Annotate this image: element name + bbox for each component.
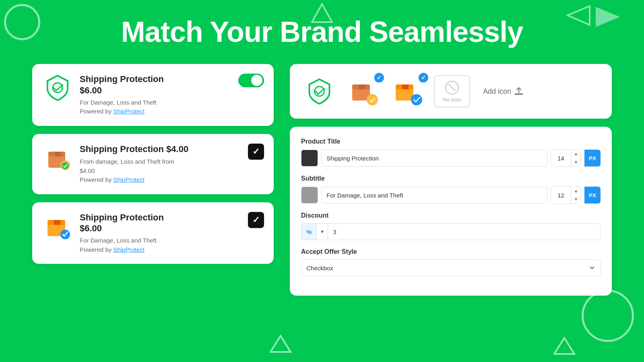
card-2-action[interactable] bbox=[248, 144, 264, 160]
subtitle-size-down[interactable]: ▼ bbox=[571, 195, 581, 204]
subtitle-color-swatch[interactable] bbox=[301, 187, 318, 204]
add-icon-label: Add icon bbox=[483, 87, 511, 96]
deco-triangle-br bbox=[553, 336, 576, 356]
card-1-content: Shipping Protection $6.00 For Damage, Lo… bbox=[80, 74, 262, 116]
page-headline: Match Your Brand Seamlessly bbox=[32, 16, 612, 48]
product-title-font-size-value: 14 bbox=[551, 150, 571, 167]
svg-marker-3 bbox=[270, 336, 291, 352]
card-3-link[interactable]: ShipProtect bbox=[113, 246, 144, 253]
product-title-font-size-arrows: ▲ ▼ bbox=[571, 150, 581, 167]
discount-type-dropdown[interactable]: ▼ bbox=[317, 224, 328, 240]
card-2-content: Shipping Protection $4.00 From damage, L… bbox=[80, 144, 262, 185]
card-1-toggle[interactable] bbox=[238, 74, 264, 87]
product-title-input[interactable] bbox=[321, 150, 547, 167]
discount-input-row: % ▼ 3 bbox=[301, 223, 601, 240]
svg-rect-12 bbox=[54, 220, 60, 225]
product-title-label: Product Title bbox=[301, 138, 601, 145]
svg-rect-25 bbox=[515, 93, 523, 95]
panel-box-check-icon bbox=[392, 77, 424, 105]
no-icon-symbol bbox=[445, 80, 459, 95]
subtitle-font-size-control: 12 ▲ ▼ bbox=[551, 186, 581, 204]
subtitle-font-size-arrows: ▲ ▼ bbox=[571, 187, 581, 204]
card-1-icon bbox=[43, 74, 72, 102]
card-1-action[interactable] bbox=[238, 74, 264, 87]
panel-shield-icon bbox=[304, 77, 334, 105]
svg-rect-21 bbox=[402, 84, 409, 89]
icon-option-shield[interactable] bbox=[301, 75, 337, 107]
product-title-group: Product Title 14 ▲ ▼ PX bbox=[301, 138, 601, 167]
product-title-size-up[interactable]: ▲ bbox=[571, 150, 581, 158]
right-column: ✓ ✓ bbox=[290, 64, 612, 296]
card-2-icon bbox=[43, 144, 72, 172]
main-content: Match Your Brand Seamlessly Shipping Pro… bbox=[0, 0, 644, 312]
accept-offer-select[interactable]: Checkbox Toggle Button bbox=[301, 259, 601, 276]
product-title-input-row: 14 ▲ ▼ PX bbox=[301, 149, 601, 167]
svg-rect-8 bbox=[55, 152, 61, 156]
product-cards-column: Shipping Protection $6.00 For Damage, Lo… bbox=[32, 64, 274, 264]
subtitle-px-label: PX bbox=[584, 187, 601, 204]
card-2-checkbox[interactable] bbox=[248, 144, 264, 160]
icon-option-none[interactable]: No Icon bbox=[434, 75, 470, 107]
discount-type: % bbox=[301, 224, 317, 240]
subtitle-input-row: 12 ▲ ▼ PX bbox=[301, 186, 601, 204]
card-1-desc: For Damage, Loss and Theft Powered by Sh… bbox=[80, 98, 262, 116]
settings-panel: Product Title 14 ▲ ▼ PX bbox=[290, 127, 612, 296]
card-3-price: $6.00 bbox=[80, 223, 262, 234]
no-icon-label: No Icon bbox=[443, 97, 461, 103]
card-2-link[interactable]: ShipProtect bbox=[113, 176, 144, 183]
upload-icon bbox=[514, 87, 523, 96]
subtitle-font-size-value: 12 bbox=[551, 187, 571, 204]
card-3-icon bbox=[43, 212, 72, 240]
svg-line-24 bbox=[449, 84, 455, 91]
selected-badge-1: ✓ bbox=[374, 74, 383, 82]
card-2-title: Shipping Protection $4.00 bbox=[80, 144, 262, 155]
svg-rect-19 bbox=[396, 88, 413, 101]
svg-rect-17 bbox=[359, 84, 365, 89]
card-3-content: Shipping Protection $6.00 For Damage, Lo… bbox=[80, 212, 262, 255]
box-shield-icon bbox=[43, 144, 72, 172]
card-1-title: Shipping Protection bbox=[80, 74, 262, 85]
shield-green-icon bbox=[43, 74, 72, 102]
main-layout: Shipping Protection $6.00 For Damage, Lo… bbox=[32, 64, 612, 296]
product-card-3: Shipping Protection $6.00 For Damage, Lo… bbox=[32, 202, 274, 264]
discount-value: 3 bbox=[328, 224, 341, 240]
svg-point-22 bbox=[411, 94, 422, 105]
svg-marker-4 bbox=[554, 338, 574, 354]
subtitle-input[interactable] bbox=[321, 187, 547, 204]
product-title-size-down[interactable]: ▼ bbox=[571, 158, 581, 167]
selected-badge-2: ✓ bbox=[419, 74, 427, 82]
icon-option-box-shield[interactable]: ✓ bbox=[345, 75, 382, 107]
product-title-px-label: PX bbox=[584, 150, 601, 167]
add-icon-button[interactable]: Add icon bbox=[478, 84, 528, 99]
card-1-link[interactable]: ShipProtect bbox=[113, 108, 144, 115]
box-check-icon bbox=[43, 212, 72, 240]
product-title-font-size-control: 14 ▲ ▼ bbox=[551, 149, 581, 167]
product-card-1: Shipping Protection $6.00 For Damage, Lo… bbox=[32, 64, 274, 126]
accept-offer-group: Accept Offer Style Checkbox Toggle Butto… bbox=[301, 248, 601, 276]
icon-option-box-check[interactable]: ✓ bbox=[390, 75, 426, 107]
card-3-desc: For Damage, Loss and Theft Powered by Sh… bbox=[80, 236, 262, 254]
discount-label: Discount bbox=[301, 212, 601, 219]
accept-offer-label: Accept Offer Style bbox=[301, 248, 601, 255]
card-1-price: $6.00 bbox=[80, 85, 262, 96]
subtitle-size-up[interactable]: ▲ bbox=[571, 187, 581, 195]
panel-box-shield-icon bbox=[347, 77, 380, 105]
product-card-2: Shipping Protection $4.00 From damage, L… bbox=[32, 134, 274, 194]
subtitle-label: Subtitle bbox=[301, 175, 601, 182]
card-2-desc: From damage, Loss and Theft from$4.00 Po… bbox=[80, 157, 262, 185]
discount-group: Discount % ▼ 3 bbox=[301, 212, 601, 240]
card-3-action[interactable] bbox=[248, 212, 264, 228]
card-3-checkbox[interactable] bbox=[248, 212, 264, 228]
card-3-title: Shipping Protection bbox=[80, 212, 262, 224]
icon-picker-panel: ✓ ✓ bbox=[290, 64, 612, 119]
subtitle-group: Subtitle 12 ▲ ▼ PX bbox=[301, 175, 601, 204]
deco-triangle-bl bbox=[270, 334, 292, 354]
product-title-color-swatch[interactable] bbox=[301, 150, 318, 167]
